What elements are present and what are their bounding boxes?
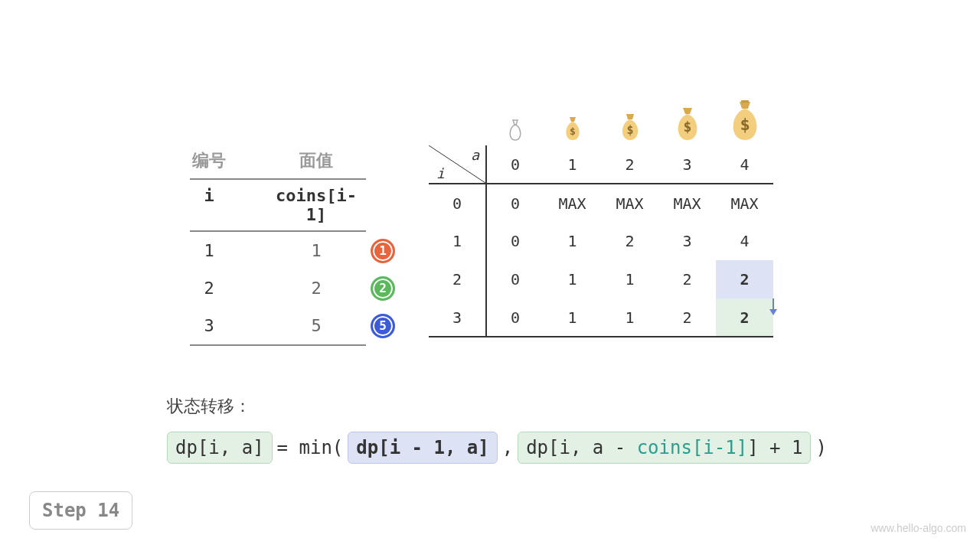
coin-icon: 1 [371, 239, 395, 263]
coins-hdr-value: 面值 [266, 149, 366, 172]
coin-icon: 5 [371, 314, 395, 338]
coins-row-2: 2 2 2 [190, 269, 366, 307]
eq-text: ) [815, 437, 826, 458]
svg-text:$: $ [626, 123, 633, 137]
state-transition-label: 状态转移： [167, 395, 251, 418]
bag-amount-4: $ [716, 88, 773, 142]
recurrence-equation: dp[i, a] = min( dp[i - 1, a] , dp[i, a -… [167, 432, 827, 464]
bag-amount-1: $ [544, 88, 601, 142]
coins-hdr-index: 编号 [190, 149, 228, 172]
dp-table: a i 0 1 2 3 4 0 0 MAX MAX MAX MAX 1 0 1 [429, 145, 773, 337]
step-badge: Step 14 [29, 491, 132, 530]
transition-arrow-icon [769, 298, 778, 318]
dp-col-hdr: 3 [658, 145, 716, 184]
dp-col-hdr: 2 [601, 145, 658, 184]
dp-row-2: 2 0 1 1 2 2 [429, 260, 773, 298]
dp-header-row: a i 0 1 2 3 4 [429, 145, 773, 184]
eq-lhs: dp[i, a] [167, 432, 273, 464]
dp-col-hdr: 1 [544, 145, 601, 184]
dp-col-hdr: 4 [716, 145, 773, 184]
svg-marker-7 [769, 309, 777, 315]
dp-col-hdr: 0 [486, 145, 544, 184]
svg-text:$: $ [683, 119, 691, 135]
eq-term1: dp[i - 1, a] [348, 432, 497, 464]
svg-text:$: $ [740, 115, 750, 134]
bag-amount-2: $ [601, 88, 658, 142]
coins-sub-expr: coins[i-1] [266, 186, 366, 224]
eq-text: = min( [277, 437, 344, 458]
eq-text: , [502, 437, 513, 458]
dp-corner: a i [429, 145, 486, 184]
money-bags-row: $ $ $ $ [486, 88, 773, 142]
dp-row-1: 1 0 1 2 3 4 [429, 222, 773, 260]
bag-amount-3: $ [658, 88, 716, 142]
coins-sub-i: i [190, 186, 228, 224]
coins-row-3: 3 5 5 [190, 307, 366, 346]
dp-axis-a: a [471, 147, 479, 163]
coins-table: 编号 面值 i coins[i-1] 1 1 1 2 2 2 3 5 5 [190, 149, 366, 346]
coins-row-1: 1 1 1 [190, 232, 366, 269]
dp-cell-target: 2 [716, 298, 773, 337]
watermark: www.hello-algo.com [871, 522, 967, 534]
eq-term2: dp[i, a - coins[i-1]] + 1 [518, 432, 811, 464]
dp-row-3: 3 0 1 1 2 2 [429, 298, 773, 337]
dp-axis-i: i [436, 165, 445, 181]
svg-rect-3 [741, 100, 749, 103]
coin-icon: 2 [371, 276, 395, 301]
dp-cell-source: 2 [716, 260, 773, 298]
svg-text:$: $ [570, 126, 576, 137]
dp-row-0: 0 0 MAX MAX MAX MAX [429, 184, 773, 222]
bag-amount-0 [486, 88, 544, 142]
